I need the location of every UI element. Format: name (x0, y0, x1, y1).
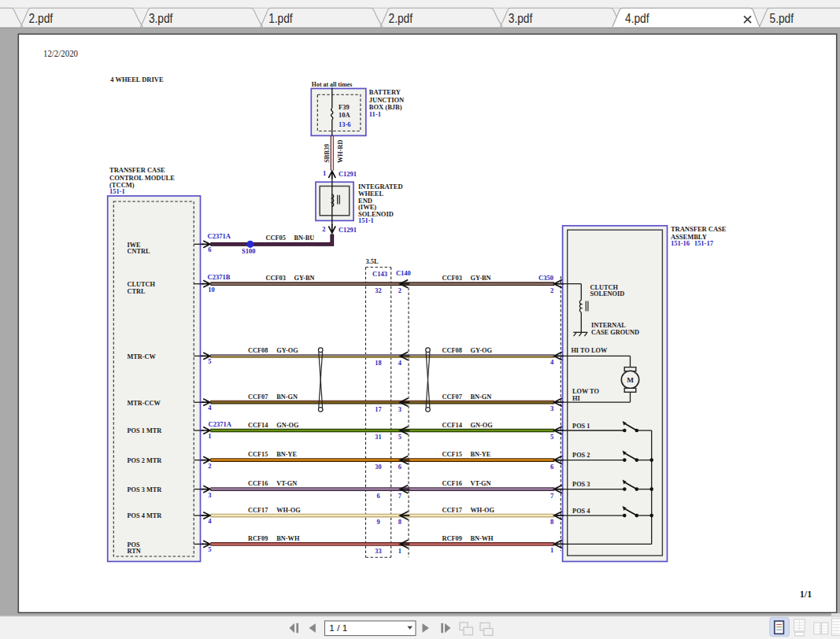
svg-text:2: 2 (398, 287, 401, 294)
svg-text:2: 2 (208, 462, 211, 470)
svg-text:POS 4: POS 4 (572, 508, 590, 515)
svg-text:CCF03: CCF03 (266, 275, 286, 282)
svg-text:7: 7 (398, 493, 401, 500)
svg-text:MTR-CCW: MTR-CCW (128, 400, 161, 407)
svg-text:1: 1 (398, 548, 401, 555)
svg-text:4: 4 (398, 360, 401, 367)
svg-text:4: 4 (550, 358, 554, 366)
svg-text:POS 3 MTR: POS 3 MTR (128, 486, 163, 493)
svg-text:CCF08: CCF08 (248, 347, 268, 354)
svg-text:151-1: 151-1 (109, 187, 125, 195)
svg-text:CCF14: CCF14 (248, 422, 268, 429)
svg-text:1: 1 (323, 169, 326, 177)
svg-text:6: 6 (398, 464, 401, 471)
svg-text:BN-YE: BN-YE (471, 451, 491, 458)
svg-text:C143: C143 (372, 270, 387, 278)
svg-text:F39: F39 (339, 103, 350, 111)
svg-text:CCF14: CCF14 (442, 422, 462, 429)
svg-text:HI TO LOW: HI TO LOW (571, 347, 608, 354)
svg-text:1/1: 1/1 (800, 589, 812, 600)
svg-text:POS 4 MTR: POS 4 MTR (128, 512, 163, 519)
svg-text:C2371B: C2371B (208, 273, 231, 281)
svg-text:INTERNAL: INTERNAL (591, 322, 626, 329)
svg-text:8: 8 (398, 519, 401, 526)
svg-text:HI: HI (572, 395, 580, 402)
svg-text:VT-GN: VT-GN (471, 480, 491, 487)
svg-text:BN-YE: BN-YE (276, 451, 297, 458)
svg-text:GY-BN: GY-BN (294, 275, 315, 282)
svg-text:151-1: 151-1 (358, 216, 374, 224)
svg-text:151-17: 151-17 (694, 239, 714, 247)
svg-text:SOLENOID: SOLENOID (590, 290, 624, 297)
svg-text:BN-BU: BN-BU (294, 235, 315, 242)
svg-text:POS 2 MTR: POS 2 MTR (128, 457, 163, 464)
svg-text:32: 32 (375, 287, 381, 294)
svg-text:GY-BN: GY-BN (471, 275, 491, 282)
svg-text:4 WHEEL DRIVE: 4 WHEEL DRIVE (110, 76, 164, 83)
svg-text:GN-OG: GN-OG (471, 422, 494, 429)
svg-text:C2371A: C2371A (209, 420, 232, 428)
svg-text:6: 6 (550, 463, 553, 471)
svg-text:CCF16: CCF16 (248, 480, 268, 487)
svg-text:3: 3 (398, 406, 401, 413)
svg-text:BN-WH: BN-WH (276, 535, 300, 542)
svg-text:POS 1: POS 1 (572, 423, 590, 430)
svg-text:4: 4 (208, 404, 212, 412)
svg-text:CCF07: CCF07 (248, 393, 268, 401)
svg-text:CCF15: CCF15 (248, 451, 268, 458)
svg-text:3: 3 (208, 491, 211, 499)
svg-text:WH-OG: WH-OG (471, 507, 495, 514)
svg-text:GN-OG: GN-OG (276, 422, 299, 429)
svg-text:4: 4 (208, 517, 212, 525)
svg-text:5: 5 (398, 434, 401, 441)
svg-text:30: 30 (375, 464, 381, 471)
svg-text:CCF08: CCF08 (442, 347, 462, 354)
svg-text:CCF16: CCF16 (442, 480, 462, 487)
svg-text:5: 5 (550, 433, 553, 441)
svg-text:C1291: C1291 (339, 226, 357, 234)
svg-text:C140: C140 (396, 269, 411, 277)
svg-text:6: 6 (376, 493, 379, 500)
svg-text:1.pdf: 1.pdf (268, 12, 293, 25)
svg-text:5: 5 (208, 357, 211, 365)
svg-text:6: 6 (208, 246, 211, 253)
svg-text:C2371A: C2371A (208, 232, 231, 240)
svg-text:POS 2: POS 2 (572, 452, 590, 459)
svg-text:31: 31 (375, 434, 381, 441)
svg-text:BN-GN: BN-GN (276, 393, 298, 401)
svg-text:5.pdf: 5.pdf (770, 12, 794, 25)
svg-text:S100: S100 (242, 247, 255, 255)
svg-text:3.pdf: 3.pdf (509, 12, 533, 25)
svg-text:17: 17 (375, 406, 381, 413)
svg-text:13-6: 13-6 (339, 120, 351, 128)
svg-text:8: 8 (550, 518, 553, 526)
svg-text:SBB39: SBB39 (324, 144, 331, 163)
svg-text:RTN: RTN (128, 548, 141, 555)
svg-text:3.pdf: 3.pdf (149, 12, 173, 25)
svg-text:CNTRL: CNTRL (128, 248, 151, 255)
svg-text:Hot at all times: Hot at all times (312, 80, 353, 88)
svg-text:2.pdf: 2.pdf (29, 12, 54, 25)
svg-text:POS 1 MTR: POS 1 MTR (128, 427, 163, 434)
svg-text:RCF09: RCF09 (442, 535, 462, 542)
svg-text:C1291: C1291 (339, 170, 357, 178)
svg-text:GY-OG: GY-OG (471, 347, 493, 354)
svg-text:1: 1 (550, 546, 553, 554)
svg-text:CCF15: CCF15 (442, 451, 462, 458)
svg-text:M: M (627, 376, 634, 384)
svg-text:4.pdf: 4.pdf (625, 12, 649, 25)
svg-text:CASE GROUND: CASE GROUND (591, 329, 639, 336)
svg-text:BN-WH: BN-WH (471, 535, 494, 542)
svg-text:18: 18 (375, 360, 381, 367)
svg-text:1: 1 (208, 432, 211, 440)
svg-text:CCF05: CCF05 (266, 235, 286, 242)
svg-text:BN-GN: BN-GN (471, 393, 492, 401)
svg-text:CCF17: CCF17 (248, 507, 268, 514)
svg-text:5: 5 (208, 545, 211, 553)
svg-text:2: 2 (550, 286, 553, 294)
svg-text:151-16: 151-16 (671, 239, 690, 247)
svg-text:12/2/2020: 12/2/2020 (43, 49, 78, 58)
svg-text:RCF09: RCF09 (248, 535, 268, 542)
svg-text:C350: C350 (538, 274, 553, 282)
svg-text:POS 3: POS 3 (572, 481, 590, 488)
